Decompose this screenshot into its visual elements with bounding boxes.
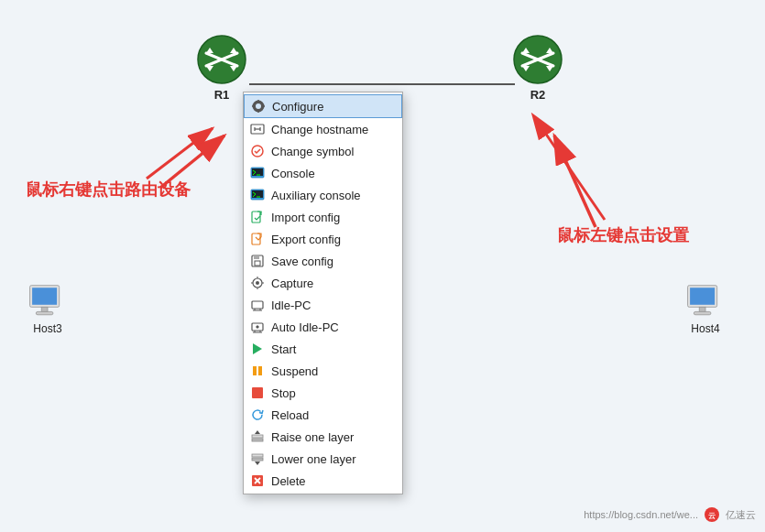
annotation-left: 鼠标右键点击路由设备 (26, 179, 191, 201)
menu-label-save-config: Save config (271, 255, 333, 268)
import-icon (249, 209, 266, 225)
hostname-icon (249, 121, 266, 137)
svg-rect-20 (32, 288, 57, 305)
watermark-logo: 云 (704, 506, 720, 523)
svg-rect-61 (252, 439, 263, 441)
watermark-url: https://blog.csdn.net/we... (584, 509, 698, 520)
menu-item-aux-console[interactable]: Auxiliary console (244, 184, 402, 206)
svg-rect-42 (255, 261, 260, 266)
menu-label-capture: Capture (271, 277, 313, 290)
network-canvas: R1 R2 Host3 (0, 0, 765, 532)
menu-item-raise-layer[interactable]: Raise one layer (244, 426, 402, 448)
menu-label-suspend: Suspend (271, 364, 318, 378)
host3-label: Host3 (33, 322, 61, 335)
svg-rect-21 (41, 307, 48, 311)
annotation-right: 鼠标左键点击设置 (557, 224, 689, 246)
svg-rect-41 (254, 255, 259, 259)
menu-item-delete[interactable]: Delete (244, 470, 402, 492)
svg-rect-59 (258, 366, 262, 375)
menu-item-change-hostname[interactable]: Change hostname (244, 118, 402, 140)
router-r1-icon (197, 35, 246, 84)
svg-rect-24 (690, 288, 715, 305)
menu-item-export-config[interactable]: Export config (244, 228, 402, 250)
svg-point-44 (256, 281, 259, 285)
aux-console-icon (249, 187, 266, 203)
menu-item-console[interactable]: Console (244, 162, 402, 184)
start-icon (249, 341, 266, 357)
configure-icon (250, 98, 267, 114)
delete-icon (249, 472, 266, 489)
router-r1[interactable]: R1 (197, 35, 246, 102)
save-icon (249, 253, 266, 269)
svg-rect-25 (699, 307, 705, 311)
console-icon (249, 165, 266, 181)
context-menu: Configure Change hostname Change symbol … (243, 92, 403, 494)
menu-label-reload: Reload (271, 408, 309, 422)
svg-line-3 (147, 128, 213, 179)
svg-rect-49 (252, 301, 263, 309)
idle-pc-icon (249, 297, 266, 313)
svg-rect-22 (36, 311, 53, 314)
menu-item-configure[interactable]: Configure (244, 94, 402, 118)
watermark-brand: 亿速云 (726, 508, 756, 522)
menu-item-stop[interactable]: Stop (244, 382, 402, 404)
export-icon (249, 231, 266, 247)
capture-icon (249, 275, 266, 291)
svg-rect-62 (252, 435, 263, 438)
host4-label: Host4 (691, 322, 719, 335)
watermark: https://blog.csdn.net/we... 云 亿速云 (584, 506, 756, 523)
menu-item-capture[interactable]: Capture (244, 272, 402, 294)
router-r1-label: R1 (214, 88, 230, 102)
menu-item-reload[interactable]: Reload (244, 404, 402, 426)
router-r2[interactable]: R2 (513, 35, 563, 102)
host3-icon (27, 284, 68, 319)
menu-label-change-symbol: Change symbol (271, 145, 354, 158)
menu-label-aux-console: Auxiliary console (271, 189, 361, 202)
menu-label-raise-layer: Raise one layer (271, 430, 354, 444)
menu-label-import-config: Import config (271, 211, 340, 224)
svg-rect-64 (252, 458, 263, 461)
router-r2-icon (513, 35, 563, 84)
svg-line-4 (545, 133, 605, 220)
svg-rect-26 (694, 311, 711, 314)
auto-idle-pc-icon (249, 319, 266, 335)
menu-label-configure: Configure (272, 100, 323, 114)
menu-label-stop: Stop (271, 386, 296, 400)
menu-item-import-config[interactable]: Import config (244, 206, 402, 228)
menu-item-auto-idle-pc[interactable]: Auto Idle-PC (244, 316, 402, 338)
router-r2-label: R2 (530, 88, 546, 102)
menu-item-idle-pc[interactable]: Idle-PC (244, 294, 402, 316)
svg-marker-57 (253, 343, 262, 354)
menu-item-suspend[interactable]: Suspend (244, 360, 402, 382)
menu-item-lower-layer[interactable]: Lower one layer (244, 448, 402, 470)
symbol-icon (249, 143, 266, 159)
menu-item-change-symbol[interactable]: Change symbol (244, 140, 402, 162)
menu-label-export-config: Export config (271, 233, 341, 246)
host4-icon (685, 284, 726, 319)
menu-label-change-hostname: Change hostname (271, 123, 368, 136)
host3[interactable]: Host3 (27, 284, 68, 335)
reload-icon (249, 407, 266, 423)
raise-layer-icon (249, 429, 266, 445)
svg-text:云: 云 (708, 512, 716, 520)
stop-icon (249, 385, 266, 401)
menu-label-idle-pc: Idle-PC (271, 299, 311, 312)
menu-label-console: Console (271, 167, 315, 180)
suspend-icon (249, 363, 266, 379)
menu-label-delete: Delete (271, 474, 306, 488)
svg-rect-58 (253, 366, 257, 375)
menu-label-start: Start (271, 342, 296, 356)
menu-label-auto-idle-pc: Auto Idle-PC (271, 320, 339, 334)
svg-rect-63 (252, 454, 263, 457)
menu-item-start[interactable]: Start (244, 338, 402, 360)
svg-rect-60 (252, 387, 263, 398)
menu-label-lower-layer: Lower one layer (271, 452, 356, 466)
host4[interactable]: Host4 (685, 284, 726, 335)
lower-layer-icon (249, 451, 266, 467)
menu-item-save-config[interactable]: Save config (244, 250, 402, 272)
